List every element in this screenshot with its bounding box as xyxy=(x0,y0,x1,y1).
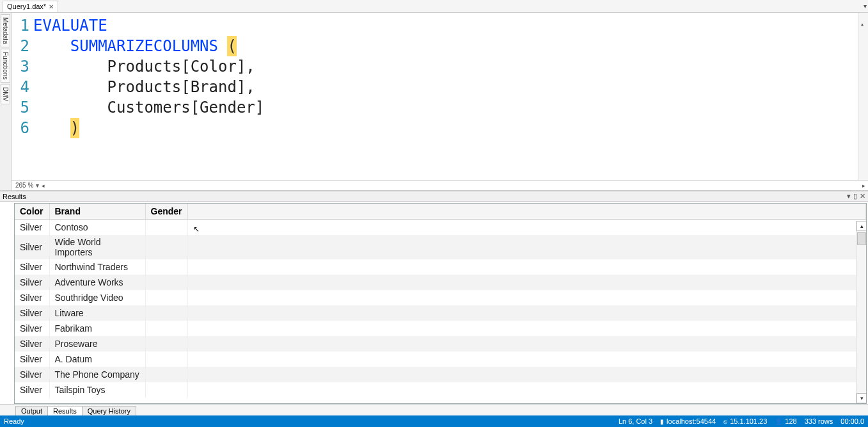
table-cell[interactable] xyxy=(145,305,187,321)
table-row[interactable]: SilverSouthridge Video xyxy=(15,290,866,305)
table-cell[interactable] xyxy=(145,351,187,367)
table-cell[interactable]: The Phone Company xyxy=(49,367,145,382)
scroll-thumb[interactable] xyxy=(857,232,866,245)
scroll-up-icon[interactable]: ▴ xyxy=(860,14,864,35)
table-cell[interactable]: A. Datum xyxy=(49,351,145,367)
line-number: 5 xyxy=(12,97,29,118)
scroll-down-icon[interactable]: ▾ xyxy=(856,393,866,403)
zoom-dropdown-icon[interactable]: ▾ xyxy=(36,182,39,189)
table-row[interactable]: SilverNorthwind Traders xyxy=(15,259,866,275)
table-cell[interactable]: Fabrikam xyxy=(49,321,145,336)
table-cell[interactable] xyxy=(145,367,187,382)
table-cell[interactable]: Silver xyxy=(15,321,49,336)
tab-query-history[interactable]: Query History xyxy=(82,406,136,415)
code-body[interactable]: EVALUATE SUMMARIZECOLUMNS ( Products[Col… xyxy=(33,13,868,180)
table-cell[interactable]: Silver xyxy=(15,336,49,351)
results-grid[interactable]: Color Brand Gender SilverContosoSilverWi… xyxy=(15,204,866,403)
sidetab-metadata[interactable]: Metadata xyxy=(1,14,10,47)
zoom-level[interactable]: 265 % xyxy=(15,182,33,189)
table-cell[interactable]: Silver xyxy=(15,259,49,275)
hscroll-right-icon[interactable]: ▸ xyxy=(862,182,865,189)
document-tab-bar: Query1.dax* ✕ ▾ xyxy=(0,0,868,13)
table-row[interactable]: SilverWide World Importers xyxy=(15,235,866,259)
table-row[interactable]: SilverProseware xyxy=(15,336,866,351)
table-row[interactable]: SilverFabrikam xyxy=(15,321,866,336)
table-cell[interactable] xyxy=(145,220,187,235)
table-row[interactable]: SilverLitware xyxy=(15,305,866,321)
col-header-gender[interactable]: Gender xyxy=(145,204,187,220)
table-cell[interactable]: Litware xyxy=(49,305,145,321)
status-rows: 333 rows xyxy=(805,417,833,425)
table-cell[interactable] xyxy=(145,259,187,275)
editor-footer: 265 % ▾ ◂ ▸ xyxy=(12,180,868,190)
results-title: Results xyxy=(3,193,26,200)
table-cell[interactable]: Proseware xyxy=(49,336,145,351)
document-tab[interactable]: Query1.dax* ✕ xyxy=(3,1,58,12)
table-cell[interactable]: Silver xyxy=(15,290,49,305)
paren-open-highlight: ( xyxy=(227,36,236,56)
table-cell[interactable]: Silver xyxy=(15,382,49,398)
tab-results[interactable]: Results xyxy=(47,406,83,415)
paren-close-highlight: ) xyxy=(70,118,79,138)
line-number: 1 xyxy=(12,15,29,36)
table-cell[interactable]: Tailspin Toys xyxy=(49,382,145,398)
col-header-spacer xyxy=(187,204,865,220)
table-cell[interactable]: Contoso xyxy=(49,220,145,235)
scroll-up-icon[interactable]: ▴ xyxy=(856,221,866,231)
tab-overflow-icon[interactable]: ▾ xyxy=(864,3,867,10)
line-number: 4 xyxy=(12,77,29,97)
table-cell[interactable]: Silver xyxy=(15,351,49,367)
status-ready: Ready xyxy=(4,417,24,425)
panel-pin-icon[interactable]: ▯ xyxy=(853,192,857,200)
grid-vscrollbar[interactable]: ▴ ▾ xyxy=(856,221,866,403)
status-time: 00:00.0 xyxy=(840,417,864,425)
side-panel-tabs: Metadata Functions DMV xyxy=(0,13,12,190)
table-cell[interactable]: Wide World Importers xyxy=(49,235,145,259)
table-cell[interactable]: Silver xyxy=(15,220,49,235)
keyword-evaluate: EVALUATE xyxy=(33,17,107,35)
table-cell[interactable]: Southridge Video xyxy=(49,290,145,305)
sidetab-dmv[interactable]: DMV xyxy=(1,84,10,104)
results-panel-header: Results ▾ ▯ ✕ xyxy=(0,191,868,202)
line-gutter: 1 2 3 4 5 6 xyxy=(12,13,33,180)
col-header-color[interactable]: Color xyxy=(15,204,49,220)
table-row[interactable]: SilverThe Phone Company xyxy=(15,367,866,382)
line-number: 3 xyxy=(12,56,29,77)
status-cursor-pos: Ln 6, Col 3 xyxy=(619,417,652,425)
status-version: 15.1.101.23 xyxy=(730,417,767,425)
editor-vscrollbar[interactable]: ▴ xyxy=(858,13,868,180)
table-row[interactable]: SilverAdventure Works xyxy=(15,275,866,290)
table-row[interactable]: SilverTailspin Toys xyxy=(15,382,866,398)
table-cell[interactable] xyxy=(145,275,187,290)
table-cell[interactable] xyxy=(145,321,187,336)
status-server: localhost:54544 xyxy=(667,417,716,425)
table-row[interactable]: SilverA. Datum xyxy=(15,351,866,367)
table-cell[interactable]: Silver xyxy=(15,367,49,382)
status-bar: Ready Ln 6, Col 3 ▮localhost:54544 ⎋15.1… xyxy=(0,415,868,427)
table-cell[interactable] xyxy=(145,290,187,305)
table-cell[interactable]: Adventure Works xyxy=(49,275,145,290)
panel-close-icon[interactable]: ✕ xyxy=(860,192,865,200)
version-icon: ⎋ xyxy=(723,418,727,425)
table-cell[interactable] xyxy=(145,382,187,398)
table-row[interactable]: SilverContoso xyxy=(15,220,866,235)
hscroll-left-icon[interactable]: ◂ xyxy=(42,182,45,189)
table-cell[interactable] xyxy=(145,336,187,351)
code-token: Products[Brand], xyxy=(33,78,255,96)
code-token: Products[Color], xyxy=(33,58,255,76)
table-cell[interactable] xyxy=(145,235,187,259)
code-editor[interactable]: 1 2 3 4 5 6 EVALUATE SUMMARIZECOLUMNS ( … xyxy=(12,13,868,190)
user-icon: 👤 xyxy=(775,418,782,425)
table-cell[interactable]: Silver xyxy=(15,305,49,321)
tab-output[interactable]: Output xyxy=(15,406,48,415)
table-cell[interactable]: Silver xyxy=(15,235,49,259)
close-icon[interactable]: ✕ xyxy=(49,3,54,10)
editor-area: Metadata Functions DMV 1 2 3 4 5 6 EVALU… xyxy=(0,13,868,191)
table-cell[interactable]: Silver xyxy=(15,275,49,290)
sidetab-functions[interactable]: Functions xyxy=(1,49,10,83)
table-cell[interactable]: Northwind Traders xyxy=(49,259,145,275)
panel-dropdown-icon[interactable]: ▾ xyxy=(847,192,851,200)
col-header-brand[interactable]: Brand xyxy=(49,204,145,220)
line-number: 6 xyxy=(12,118,29,138)
line-number: 2 xyxy=(12,36,29,56)
